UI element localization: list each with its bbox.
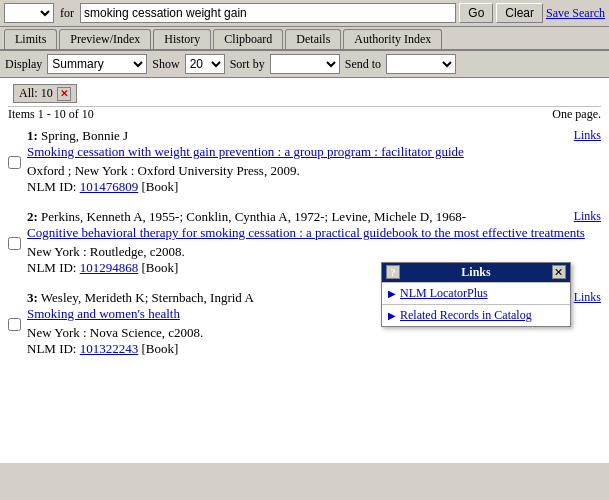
links-label-2[interactable]: Links — [574, 209, 601, 224]
links-popup: ? Links ✕ ▶ NLM LocatorPlus ▶ Related Re… — [381, 262, 571, 327]
results-area: All: 10 ✕ Items 1 - 10 of 10 One page. 1… — [0, 78, 609, 463]
options-bar: Display Summary Show 20 Sort by Send to — [0, 51, 609, 78]
tab-limits[interactable]: Limits — [4, 29, 57, 49]
tab-history[interactable]: History — [153, 29, 211, 49]
popup-related-records-item[interactable]: ▶ Related Records in Catalog — [382, 304, 570, 326]
nlm-id-link-2[interactable]: 101294868 — [80, 260, 139, 275]
popup-title-bar: ? Links ✕ — [382, 263, 570, 282]
nlm-type-2: [Book] — [141, 260, 178, 275]
result-nlm-1: NLM ID: 101476809 [Book] — [27, 179, 601, 195]
for-label: for — [60, 6, 74, 21]
result-num-3: 3: — [27, 290, 38, 305]
result-checkbox-2[interactable] — [8, 211, 21, 276]
search-input[interactable] — [80, 3, 456, 23]
result-author-1: Spring, Bonnie J — [41, 128, 128, 143]
popup-nlm-locator-item[interactable]: ▶ NLM LocatorPlus — [382, 282, 570, 304]
popup-nlm-locator-label[interactable]: NLM LocatorPlus — [400, 286, 488, 301]
search-bar: for Go Clear Save Search — [0, 0, 609, 27]
display-select[interactable]: Summary — [47, 54, 147, 74]
result-body-1: 1: Spring, Bonnie J Smoking cessation wi… — [27, 128, 601, 195]
popup-arrow-1: ▶ — [388, 288, 396, 299]
go-button[interactable]: Go — [459, 3, 493, 23]
search-field-select[interactable] — [4, 3, 54, 23]
result-title-2[interactable]: Cognitive behavioral therapy for smoking… — [27, 225, 601, 242]
all-badge-row: All: 10 ✕ — [8, 81, 601, 107]
nlm-id-link-3[interactable]: 101322243 — [80, 341, 139, 356]
all-badge: All: 10 ✕ — [13, 84, 77, 103]
links-label-3[interactable]: Links — [574, 290, 601, 305]
one-page-label: One page. — [552, 107, 601, 122]
all-badge-label: All: 10 — [19, 86, 53, 101]
table-row: 3: Wesley, Merideth K; Sternbach, Ingrid… — [8, 290, 601, 357]
items-count-row: Items 1 - 10 of 10 One page. — [8, 107, 601, 122]
popup-title: Links — [461, 265, 490, 280]
popup-arrow-2: ▶ — [388, 310, 396, 321]
result-checkbox-1[interactable] — [8, 130, 21, 195]
tab-details[interactable]: Details — [285, 29, 341, 49]
result-num-1: 1: — [27, 128, 38, 143]
popup-related-records-label[interactable]: Related Records in Catalog — [400, 308, 532, 323]
nlm-type-1: [Book] — [141, 179, 178, 194]
result-author-2: Perkins, Kenneth A, 1955-; Conklin, Cynt… — [41, 209, 466, 224]
clear-button[interactable]: Clear — [496, 3, 543, 23]
display-label: Display — [5, 57, 42, 72]
show-select[interactable]: 20 — [185, 54, 225, 74]
result-pub-1: Oxford ; New York : Oxford University Pr… — [27, 163, 601, 179]
items-count: Items 1 - 10 of 10 — [8, 107, 94, 122]
nlm-id-link-1[interactable]: 101476809 — [80, 179, 139, 194]
result-pub-2: New York : Routledge, c2008. — [27, 244, 601, 260]
tab-authority-index[interactable]: Authority Index — [343, 29, 442, 49]
sort-by-label: Sort by — [230, 57, 265, 72]
popup-help-icon[interactable]: ? — [386, 265, 400, 279]
clear-all-button[interactable]: ✕ — [57, 87, 71, 101]
tab-preview-index[interactable]: Preview/Index — [59, 29, 151, 49]
send-to-label: Send to — [345, 57, 381, 72]
sort-by-select[interactable] — [270, 54, 340, 74]
send-to-select[interactable] — [386, 54, 456, 74]
tabs-bar: Limits Preview/Index History Clipboard D… — [0, 27, 609, 49]
result-nlm-3: NLM ID: 101322243 [Book] — [27, 341, 601, 357]
result-author-3: Wesley, Merideth K; Sternbach, Ingrid A — [41, 290, 254, 305]
nlm-type-3: [Book] — [141, 341, 178, 356]
save-search-link[interactable]: Save Search — [546, 6, 605, 21]
result-num-2: 2: — [27, 209, 38, 224]
result-pub-3: New York : Nova Science, c2008. — [27, 325, 601, 341]
result-title-1[interactable]: Smoking cessation with weight gain preve… — [27, 144, 601, 161]
result-checkbox-3[interactable] — [8, 292, 21, 357]
show-label: Show — [152, 57, 179, 72]
popup-close-button[interactable]: ✕ — [552, 265, 566, 279]
table-row: 1: Spring, Bonnie J Smoking cessation wi… — [8, 128, 601, 195]
links-label-1[interactable]: Links — [574, 128, 601, 143]
tab-clipboard[interactable]: Clipboard — [213, 29, 283, 49]
